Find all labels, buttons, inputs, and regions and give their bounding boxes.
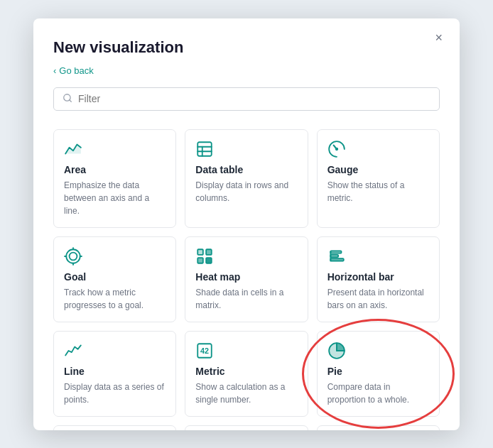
modal-header: New visualization ‹ Go back (33, 18, 460, 118)
svg-rect-18 (330, 254, 338, 256)
viz-card-pie[interactable]: PieCompare data in proportion to a whole… (317, 331, 440, 417)
modal-overlay: × New visualization ‹ Go back AreaEmphas… (0, 0, 493, 448)
viz-card-title-pie: Pie (327, 366, 429, 377)
viz-card-data-table[interactable]: Data tableDisplay data in rows and colum… (185, 129, 308, 228)
viz-card-title-metric: Metric (195, 366, 297, 377)
viz-card-title-horizontal-bar: Horizontal bar (327, 271, 429, 283)
svg-point-7 (335, 147, 337, 150)
modal: × New visualization ‹ Go back AreaEmphas… (33, 18, 460, 430)
viz-card-title-gauge: Gauge (327, 164, 429, 175)
svg-rect-19 (330, 258, 343, 261)
viz-card-desc-pie: Compare data in proportion to a whole. (327, 381, 429, 406)
svg-rect-3 (198, 142, 212, 156)
viz-card-timelion[interactable]: TimelionShow time series data on a graph… (185, 425, 308, 430)
close-button[interactable]: × (430, 30, 447, 45)
viz-card-title-heat-map: Heat map (195, 271, 297, 283)
svg-rect-15 (206, 258, 212, 263)
viz-card-desc-gauge: Show the status of a metric. (327, 179, 429, 204)
viz-card-title-data-table: Data table (195, 164, 297, 175)
pie-icon (327, 342, 429, 360)
viz-card-desc-horizontal-bar: Present data in horizontal bars on an ax… (327, 286, 429, 312)
go-back-link[interactable]: ‹ Go back (53, 65, 440, 76)
viz-card-tag-cloud[interactable]: TagwordcloudTag cloudDisplay word freque… (53, 425, 176, 430)
svg-rect-14 (198, 258, 204, 263)
viz-card-vertical-bar[interactable]: Vertical barPresent data in vertical bar… (317, 425, 440, 430)
gauge-icon (327, 140, 429, 158)
chevron-left-icon: ‹ (53, 65, 56, 76)
viz-card-horizontal-bar[interactable]: Horizontal barPresent data in horizontal… (317, 236, 440, 322)
metric-icon: 42 (195, 342, 297, 360)
svg-rect-13 (206, 249, 212, 255)
viz-card-desc-heat-map: Shade data in cells in a matrix. (195, 286, 297, 312)
line-icon (64, 342, 166, 360)
search-icon (63, 93, 72, 105)
modal-title: New visualization (53, 38, 440, 57)
viz-card-desc-metric: Show a calculation as a single number. (195, 381, 297, 406)
goal-icon (64, 247, 166, 266)
viz-card-area[interactable]: AreaEmphasize the data between an axis a… (53, 129, 176, 228)
viz-grid: AreaEmphasize the data between an axis a… (53, 129, 440, 430)
heat-map-icon (195, 247, 297, 266)
svg-rect-17 (330, 251, 341, 253)
data-table-icon (195, 140, 297, 158)
viz-card-line[interactable]: LineDisplay data as a series of points. (53, 331, 176, 417)
viz-card-desc-area: Emphasize the data between an axis and a… (64, 179, 166, 217)
svg-rect-12 (198, 249, 204, 255)
modal-body: AreaEmphasize the data between an axis a… (33, 118, 460, 430)
viz-card-gauge[interactable]: GaugeShow the status of a metric. (317, 129, 440, 228)
filter-bar (53, 87, 440, 111)
viz-card-title-area: Area (64, 164, 166, 175)
viz-card-title-line: Line (64, 366, 166, 377)
svg-text:42: 42 (200, 346, 209, 355)
filter-input[interactable] (78, 93, 430, 104)
horizontal-bar-icon (327, 247, 429, 266)
svg-line-1 (70, 99, 72, 102)
viz-card-title-goal: Goal (64, 271, 166, 283)
viz-card-desc-data-table: Display data in rows and columns. (195, 179, 297, 204)
area-icon (64, 140, 166, 158)
svg-point-9 (70, 252, 77, 260)
viz-card-goal[interactable]: GoalTrack how a metric progresses to a g… (53, 236, 176, 322)
svg-point-8 (66, 249, 80, 263)
viz-card-heat-map[interactable]: Heat mapShade data in cells in a matrix. (185, 236, 308, 322)
viz-card-desc-goal: Track how a metric progresses to a goal. (64, 286, 166, 312)
viz-card-metric[interactable]: 42MetricShow a calculation as a single n… (185, 331, 308, 417)
viz-card-desc-line: Display data as a series of points. (64, 381, 166, 406)
